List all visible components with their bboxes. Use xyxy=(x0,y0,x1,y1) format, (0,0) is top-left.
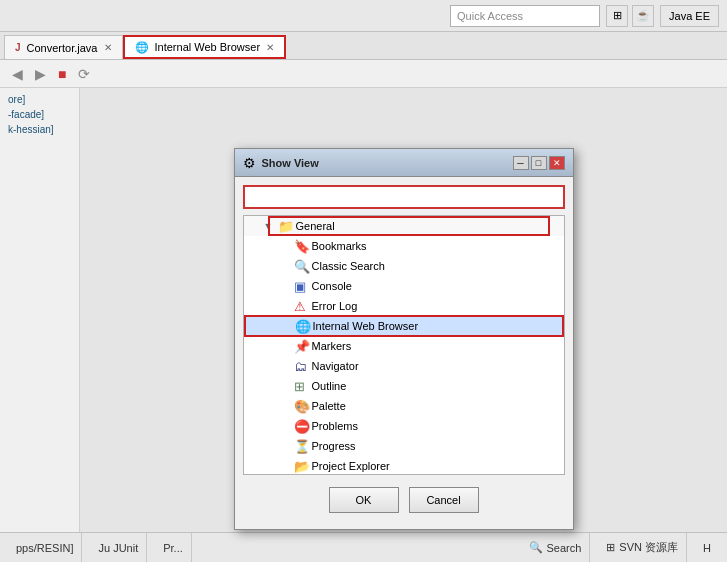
palette-label: Palette xyxy=(312,400,560,412)
status-bar: pps/RESIN] Ju JUnit Pr... 🔍 Search ⊞ SVN… xyxy=(0,532,727,562)
status-h[interactable]: H xyxy=(695,533,719,562)
tree-node-markers[interactable]: 📌 Markers xyxy=(244,336,564,356)
top-bar: Quick Access ⊞ ☕ Java EE xyxy=(0,0,727,32)
classic-search-icon: 🔍 xyxy=(294,259,312,274)
tree-node-error-log[interactable]: ⚠ Error Log xyxy=(244,296,564,316)
status-pr[interactable]: Pr... xyxy=(155,533,192,562)
status-junit[interactable]: Ju JUnit xyxy=(90,533,147,562)
folder-icon: 📁 xyxy=(278,219,296,234)
dialog-search-input[interactable] xyxy=(243,185,565,209)
markers-icon: 📌 xyxy=(294,339,312,354)
problems-icon: ⛔ xyxy=(294,419,312,434)
dialog-close-btn[interactable]: ✕ xyxy=(549,156,565,170)
pr-label: Pr... xyxy=(163,542,183,554)
search-icon: 🔍 xyxy=(529,541,543,554)
problems-label: Problems xyxy=(312,420,560,432)
tree-node-console[interactable]: ▣ Console xyxy=(244,276,564,296)
tree-node-outline[interactable]: ⊞ Outline xyxy=(244,376,564,396)
outline-icon: ⊞ xyxy=(294,379,312,394)
progress-label: Progress xyxy=(312,440,560,452)
svn-icon: ⊞ xyxy=(606,541,615,554)
project-explorer-label: Project Explorer xyxy=(312,460,560,472)
search-label: Search xyxy=(547,542,582,554)
dialog-minimize-btn[interactable]: ─ xyxy=(513,156,529,170)
nav-bar: ◀ ▶ ■ ⟳ xyxy=(0,60,727,88)
console-icon: ▣ xyxy=(294,279,312,294)
tab-browser-close[interactable]: ✕ xyxy=(266,42,274,53)
general-label: General xyxy=(296,220,560,232)
sidebar-item-3[interactable]: k-hessian] xyxy=(4,122,75,137)
expand-icon[interactable]: ▼ xyxy=(264,221,278,231)
error-log-icon: ⚠ xyxy=(294,299,312,314)
modal-overlay: ⚙ Show View ─ □ ✕ xyxy=(80,88,727,532)
java-ee-button[interactable]: Java EE xyxy=(660,5,719,27)
tree-node-internal-browser[interactable]: 🌐 Internal Web Browser xyxy=(244,316,564,336)
main-area: ore] -facade] k-hessian] ⚙ Show View ─ □… xyxy=(0,88,727,532)
tree-node-navigator[interactable]: 🗂 Navigator xyxy=(244,356,564,376)
back-button[interactable]: ◀ xyxy=(8,64,27,84)
dialog-title-icon: ⚙ xyxy=(243,155,256,171)
console-label: Console xyxy=(312,280,560,292)
java-ee-label: Java EE xyxy=(669,10,710,22)
quick-access-input[interactable]: Quick Access xyxy=(450,5,600,27)
quick-access-label: Quick Access xyxy=(457,10,523,22)
internal-browser-icon: 🌐 xyxy=(295,319,313,334)
tab-convertor-close[interactable]: ✕ xyxy=(104,42,112,53)
error-log-label: Error Log xyxy=(312,300,560,312)
apps-resin-label: pps/RESIN] xyxy=(16,542,73,554)
junit-label: Ju JUnit xyxy=(98,542,138,554)
tab-browser[interactable]: 🌐 Internal Web Browser ✕ xyxy=(123,35,287,59)
forward-button[interactable]: ▶ xyxy=(31,64,50,84)
outline-label: Outline xyxy=(312,380,560,392)
dialog-body: ▼ 📁 General 🔖 xyxy=(235,177,573,529)
h-label: H xyxy=(703,542,711,554)
svn-label: SVN 资源库 xyxy=(619,540,678,555)
tree-node-bookmarks[interactable]: 🔖 Bookmarks xyxy=(244,236,564,256)
internal-browser-label: Internal Web Browser xyxy=(313,320,559,332)
dialog-buttons: OK Cancel xyxy=(243,475,565,521)
status-apps-resin: pps/RESIN] xyxy=(8,533,82,562)
dialog-title-text: Show View xyxy=(262,157,507,169)
markers-label: Markers xyxy=(312,340,560,352)
dialog-maximize-btn[interactable]: □ xyxy=(531,156,547,170)
navigator-label: Navigator xyxy=(312,360,560,372)
tree-node-problems[interactable]: ⛔ Problems xyxy=(244,416,564,436)
icon-btn-1[interactable]: ⊞ xyxy=(606,5,628,27)
navigator-icon: 🗂 xyxy=(294,359,312,374)
dialog-titlebar[interactable]: ⚙ Show View ─ □ ✕ xyxy=(235,149,573,177)
bookmarks-icon: 🔖 xyxy=(294,239,312,254)
cancel-button[interactable]: Cancel xyxy=(409,487,479,513)
content-area: ⚙ Show View ─ □ ✕ xyxy=(80,88,727,532)
tab-convertor[interactable]: J Convertor.java ✕ xyxy=(4,35,123,59)
stop-button[interactable]: ■ xyxy=(54,64,70,84)
icon-btn-2[interactable]: ☕ xyxy=(632,5,654,27)
toolbar-icons: ⊞ ☕ xyxy=(606,5,654,27)
browser-icon: 🌐 xyxy=(135,41,149,54)
tree-node-classic-search[interactable]: 🔍 Classic Search xyxy=(244,256,564,276)
sidebar-item-2[interactable]: -facade] xyxy=(4,107,75,122)
tree-node-project-explorer[interactable]: 📂 Project Explorer xyxy=(244,456,564,475)
search-container xyxy=(243,185,565,215)
tab-convertor-label: Convertor.java xyxy=(27,42,98,54)
tree-node-general[interactable]: ▼ 📁 General xyxy=(244,216,564,236)
tree-node-palette[interactable]: 🎨 Palette xyxy=(244,396,564,416)
general-group: ▼ 📁 General xyxy=(244,216,564,236)
dialog-controls: ─ □ ✕ xyxy=(513,156,565,170)
show-view-dialog: ⚙ Show View ─ □ ✕ xyxy=(234,148,574,530)
project-explorer-icon: 📂 xyxy=(294,459,312,474)
ok-button[interactable]: OK xyxy=(329,487,399,513)
progress-icon: ⏳ xyxy=(294,439,312,454)
tab-bar: J Convertor.java ✕ 🌐 Internal Web Browse… xyxy=(0,32,727,60)
classic-search-label: Classic Search xyxy=(312,260,560,272)
tree-node-progress[interactable]: ⏳ Progress xyxy=(244,436,564,456)
sidebar-item-1[interactable]: ore] xyxy=(4,92,75,107)
refresh-button[interactable]: ⟳ xyxy=(74,64,94,84)
status-svn[interactable]: ⊞ SVN 资源库 xyxy=(598,533,687,562)
status-search[interactable]: 🔍 Search xyxy=(521,533,591,562)
tab-browser-label: Internal Web Browser xyxy=(155,41,261,53)
palette-icon: 🎨 xyxy=(294,399,312,414)
tree-container[interactable]: ▼ 📁 General 🔖 xyxy=(243,215,565,475)
browser-row-container: 🌐 Internal Web Browser xyxy=(244,316,564,336)
java-icon: J xyxy=(15,42,21,53)
sidebar: ore] -facade] k-hessian] xyxy=(0,88,80,532)
